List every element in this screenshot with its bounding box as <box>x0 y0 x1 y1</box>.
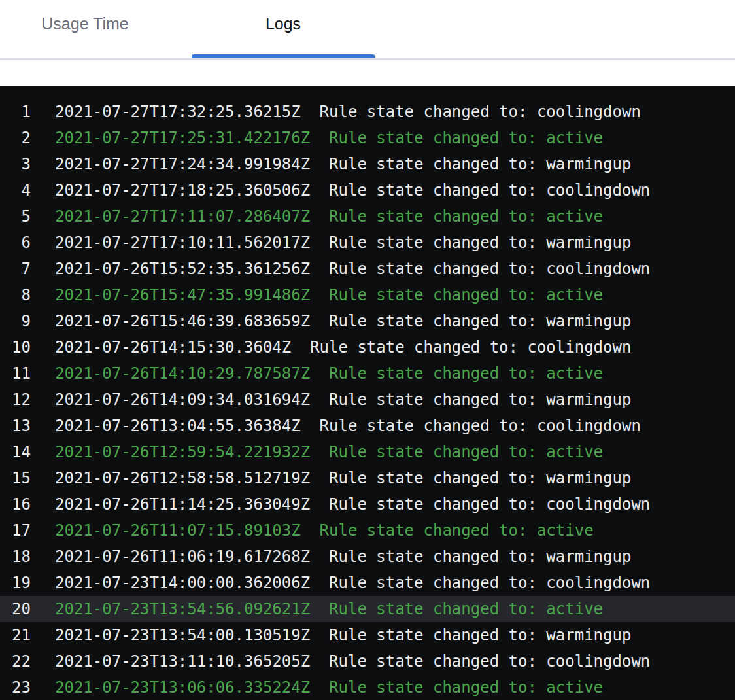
line-number: 5 <box>0 203 31 230</box>
line-number: 2 <box>0 125 31 151</box>
log-row[interactable]: 11 2021-07-26T14:10:29.787587Z Rule stat… <box>0 360 735 387</box>
line-number: 12 <box>0 387 31 413</box>
line-content: 2021-07-26T11:14:25.363049Z Rule state c… <box>31 491 650 517</box>
line-number: 4 <box>0 177 31 203</box>
line-content: 2021-07-26T14:15:30.3604Z Rule state cha… <box>31 334 631 360</box>
line-number: 7 <box>0 256 31 282</box>
log-list: 1 2021-07-27T17:32:25.36215Z Rule state … <box>0 99 735 700</box>
log-row[interactable]: 23 2021-07-23T13:06:06.335224Z Rule stat… <box>0 674 735 700</box>
line-number: 19 <box>0 570 31 596</box>
line-content: 2021-07-23T13:54:00.130519Z Rule state c… <box>31 622 631 648</box>
log-row[interactable]: 16 2021-07-26T11:14:25.363049Z Rule stat… <box>0 491 735 517</box>
line-content: 2021-07-26T12:58:58.512719Z Rule state c… <box>31 465 631 491</box>
log-row[interactable]: 15 2021-07-26T12:58:58.512719Z Rule stat… <box>0 465 735 491</box>
log-row[interactable]: 2 2021-07-27T17:25:31.422176Z Rule state… <box>0 125 735 151</box>
line-content: 2021-07-23T13:06:06.335224Z Rule state c… <box>31 674 603 700</box>
line-content: 2021-07-23T13:11:10.365205Z Rule state c… <box>31 648 650 674</box>
log-panel: 1 2021-07-27T17:32:25.36215Z Rule state … <box>0 86 735 700</box>
log-row[interactable]: 6 2021-07-27T17:10:11.562017Z Rule state… <box>0 230 735 256</box>
log-row[interactable]: 14 2021-07-26T12:59:54.221932Z Rule stat… <box>0 439 735 465</box>
line-content: 2021-07-27T17:11:07.286407Z Rule state c… <box>31 203 603 230</box>
log-row[interactable]: 8 2021-07-26T15:47:35.991486Z Rule state… <box>0 282 735 308</box>
log-row[interactable]: 4 2021-07-27T17:18:25.360506Z Rule state… <box>0 177 735 203</box>
log-row[interactable]: 1 2021-07-27T17:32:25.36215Z Rule state … <box>0 99 735 125</box>
line-number: 17 <box>0 517 31 544</box>
log-row[interactable]: 5 2021-07-27T17:11:07.286407Z Rule state… <box>0 203 735 230</box>
line-content: 2021-07-26T15:52:35.361256Z Rule state c… <box>31 256 650 282</box>
line-content: 2021-07-27T17:32:25.36215Z Rule state ch… <box>31 99 641 125</box>
line-number: 14 <box>0 439 31 465</box>
log-row[interactable]: 19 2021-07-23T14:00:00.362006Z Rule stat… <box>0 570 735 596</box>
line-number: 20 <box>0 596 31 622</box>
tab-usage-time-label: Usage Time <box>41 14 128 33</box>
line-number: 21 <box>0 622 31 648</box>
line-number: 23 <box>0 674 31 700</box>
line-number: 10 <box>0 334 31 360</box>
log-row[interactable]: 7 2021-07-26T15:52:35.361256Z Rule state… <box>0 256 735 282</box>
line-number: 1 <box>0 99 31 125</box>
active-tab-indicator <box>192 54 375 58</box>
line-number: 9 <box>0 308 31 334</box>
line-number: 16 <box>0 491 31 517</box>
line-number: 6 <box>0 230 31 256</box>
line-content: 2021-07-27T17:25:31.422176Z Rule state c… <box>31 125 603 151</box>
line-number: 18 <box>0 544 31 570</box>
line-number: 11 <box>0 360 31 387</box>
line-content: 2021-07-26T14:10:29.787587Z Rule state c… <box>31 360 603 387</box>
log-row[interactable]: 17 2021-07-26T11:07:15.89103Z Rule state… <box>0 517 735 544</box>
log-row[interactable]: 9 2021-07-26T15:46:39.683659Z Rule state… <box>0 308 735 334</box>
line-number: 8 <box>0 282 31 308</box>
line-content: 2021-07-27T17:24:34.991984Z Rule state c… <box>31 151 631 177</box>
line-content: 2021-07-23T14:00:00.362006Z Rule state c… <box>31 570 650 596</box>
log-row[interactable]: 3 2021-07-27T17:24:34.991984Z Rule state… <box>0 151 735 177</box>
log-row[interactable]: 20 2021-07-23T13:54:56.092621Z Rule stat… <box>0 596 735 622</box>
line-number: 15 <box>0 465 31 491</box>
line-number: 13 <box>0 413 31 439</box>
line-content: 2021-07-27T17:10:11.562017Z Rule state c… <box>31 230 631 256</box>
tab-logs-label: Logs <box>265 14 301 33</box>
log-row[interactable]: 21 2021-07-23T13:54:00.130519Z Rule stat… <box>0 622 735 648</box>
line-content: 2021-07-23T13:54:56.092621Z Rule state c… <box>31 596 603 622</box>
line-content: 2021-07-26T15:47:35.991486Z Rule state c… <box>31 282 603 308</box>
line-content: 2021-07-26T12:59:54.221932Z Rule state c… <box>31 439 603 465</box>
line-number: 22 <box>0 648 31 674</box>
line-content: 2021-07-26T11:06:19.617268Z Rule state c… <box>31 544 631 570</box>
line-content: 2021-07-26T15:46:39.683659Z Rule state c… <box>31 308 631 334</box>
line-content: 2021-07-26T13:04:55.36384Z Rule state ch… <box>31 413 641 439</box>
log-row[interactable]: 18 2021-07-26T11:06:19.617268Z Rule stat… <box>0 544 735 570</box>
tab-bar: Usage Time Logs <box>0 0 735 58</box>
line-number: 3 <box>0 151 31 177</box>
line-content: 2021-07-26T11:07:15.89103Z Rule state ch… <box>31 517 594 544</box>
line-content: 2021-07-26T14:09:34.031694Z Rule state c… <box>31 387 631 413</box>
log-row[interactable]: 13 2021-07-26T13:04:55.36384Z Rule state… <box>0 413 735 439</box>
line-content: 2021-07-27T17:18:25.360506Z Rule state c… <box>31 177 650 203</box>
log-row[interactable]: 22 2021-07-23T13:11:10.365205Z Rule stat… <box>0 648 735 674</box>
spacer <box>0 60 735 86</box>
tab-usage-time[interactable]: Usage Time <box>0 0 170 58</box>
log-row[interactable]: 12 2021-07-26T14:09:34.031694Z Rule stat… <box>0 387 735 413</box>
tab-logs[interactable]: Logs <box>192 0 375 58</box>
log-row[interactable]: 10 2021-07-26T14:15:30.3604Z Rule state … <box>0 334 735 360</box>
